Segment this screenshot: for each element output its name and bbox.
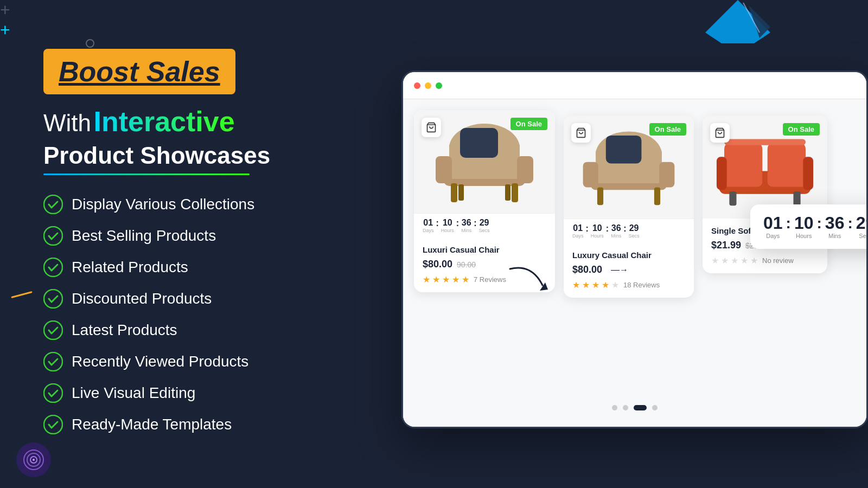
right-content-area: On Sale	[380, 43, 868, 466]
card-1-badge: On Sale	[510, 118, 547, 130]
card-1-price-current: $80.00	[423, 259, 452, 270]
card-3-stars: ★ ★ ★ ★ ★ No review	[711, 255, 819, 266]
logo-bottom	[16, 442, 51, 477]
countdown-hours-unit: 10 Hours	[794, 214, 814, 239]
svg-rect-29	[583, 162, 598, 188]
countdown-days-label-small: Days	[423, 228, 434, 233]
card-1-countdown: 01 Days : 10 Hours : 36 Mins	[414, 213, 555, 237]
svg-rect-17	[436, 156, 452, 183]
countdown-secs-unit: 29 Secs	[856, 214, 866, 239]
svg-point-7	[44, 321, 62, 339]
triangle-decoration	[705, 0, 770, 46]
countdown-secs-label-small: Secs	[479, 228, 490, 233]
star-4: ★	[452, 274, 459, 285]
check-icon-4	[43, 289, 63, 309]
card-1-reviews: 7 Reviews	[474, 275, 506, 284]
browser-content: On Sale	[403, 99, 866, 427]
svg-point-48	[33, 459, 35, 461]
headline-line1: With Interactive	[43, 105, 369, 138]
dash-decoration-2	[11, 291, 32, 298]
countdown-popup: 01 Days : 10 Hours : 36 Mins	[750, 204, 866, 249]
countdown-days-small: 01	[423, 218, 434, 228]
browser-mockup: On Sale	[401, 70, 868, 428]
star-1: ★	[423, 274, 430, 285]
check-icon-3	[43, 258, 63, 277]
card-2-price: $80.00 —→	[572, 264, 685, 275]
svg-rect-14	[460, 128, 498, 158]
svg-rect-19	[451, 183, 457, 202]
circle-decoration	[86, 39, 94, 48]
underline-accent	[43, 174, 250, 175]
check-icon	[43, 195, 63, 214]
countdown-secs-small: 29	[479, 218, 490, 228]
card-2-price-current: $80.00	[572, 264, 602, 275]
countdown-hours-small: 10	[441, 218, 454, 228]
svg-rect-20	[512, 183, 518, 202]
svg-rect-31	[597, 188, 603, 206]
countdown-mins-small: 36	[461, 218, 471, 228]
countdown-secs-big: 29	[856, 214, 866, 232]
colon-2: :	[817, 215, 822, 232]
card-2-arrow: —→	[611, 265, 628, 275]
svg-rect-28	[593, 168, 664, 183]
browser-dot-yellow	[425, 82, 431, 89]
card-2-countdown: 01 Days : 10 Hours : 36 Mins : 2	[564, 219, 694, 243]
with-text: With	[43, 110, 91, 136]
pagination-dot-2[interactable]	[623, 405, 628, 410]
product-card-3: On Sale	[703, 115, 827, 273]
svg-point-4	[44, 227, 62, 245]
browser-dot-red	[414, 82, 420, 89]
countdown-hours-label: Hours	[794, 233, 814, 239]
svg-point-8	[44, 352, 62, 371]
card-2-cart-icon[interactable]	[571, 123, 591, 143]
showcase-text: Product Showcases	[43, 142, 369, 169]
check-icon-6	[43, 352, 63, 371]
pagination-dot-3[interactable]	[634, 405, 647, 410]
check-icon-8	[43, 415, 63, 434]
svg-rect-21	[458, 184, 464, 201]
feature-latest: Latest Products	[43, 320, 369, 340]
svg-point-5	[44, 258, 62, 277]
countdown-mins-label-small: Mins	[461, 228, 471, 233]
svg-rect-16	[446, 163, 522, 179]
svg-rect-22	[505, 184, 510, 201]
feature-list: Display Various Collections Best Selling…	[43, 195, 369, 434]
pagination-dot-1[interactable]	[612, 405, 617, 410]
arrow-decoration	[505, 264, 553, 298]
countdown-hours-label-small: Hours	[441, 228, 454, 233]
feature-display-collections: Display Various Collections	[43, 195, 369, 214]
svg-rect-41	[724, 139, 806, 145]
feature-live-editing: Live Visual Editing	[43, 383, 369, 403]
card-3-reviews: No review	[762, 256, 794, 265]
pagination-dot-4[interactable]	[652, 405, 658, 410]
countdown-mins-unit: 36 Mins	[825, 214, 845, 239]
colon-3: :	[847, 215, 852, 232]
countdown-hours-big: 10	[794, 214, 814, 232]
feature-recently-viewed: Recently Viewed Products	[43, 352, 369, 371]
star-3: ★	[442, 274, 450, 285]
interactive-text: Interactive	[93, 106, 234, 137]
star-2: ★	[432, 274, 440, 285]
check-icon-5	[43, 320, 63, 340]
svg-rect-18	[517, 156, 533, 183]
card-1-cart-icon[interactable]	[422, 118, 441, 137]
card-2-reviews: 18 Reviews	[623, 281, 660, 289]
card-3-cart-icon[interactable]	[710, 123, 730, 143]
check-icon-7	[43, 383, 63, 403]
feature-best-selling: Best Selling Products	[43, 226, 369, 246]
countdown-row: 01 Days : 10 Hours : 36 Mins	[763, 214, 866, 239]
svg-point-3	[44, 195, 62, 214]
card-3-badge: On Sale	[783, 123, 820, 136]
countdown-mins-label: Mins	[825, 233, 845, 239]
card-1-title: Luxuri Casual Chair	[423, 245, 546, 254]
feature-templates: Ready-Made Templates	[43, 415, 369, 434]
browser-top-bar	[403, 72, 866, 99]
card-2-info: Luxury Casual Chair $80.00 —→ ★ ★ ★ ★ ★ …	[564, 243, 694, 298]
svg-rect-32	[654, 188, 660, 206]
countdown-days-label: Days	[763, 233, 783, 239]
boost-label: Boost Sales	[59, 55, 220, 88]
svg-rect-42	[729, 191, 736, 206]
browser-dot-green	[436, 82, 442, 89]
svg-point-6	[44, 290, 62, 308]
svg-rect-43	[794, 191, 801, 206]
